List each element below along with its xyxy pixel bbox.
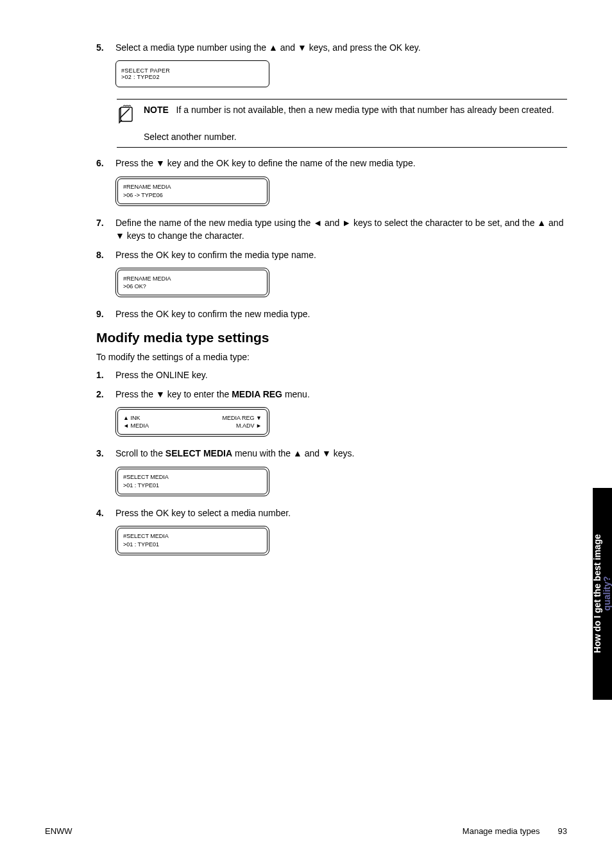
lcd-line1: #SELECT PAPER — [121, 67, 268, 74]
lcd-line1: #SELECT MEDIA — [123, 473, 169, 482]
step-5: 5. Select a media type number using the … — [96, 41, 567, 54]
step-number: 8. — [96, 248, 115, 261]
note-sub: Select another number. — [144, 132, 567, 142]
lcd-line2: >06 OK? — [123, 282, 146, 291]
lcd-r2-right: M.ADV ► — [236, 422, 262, 430]
lcd-select-paper: #SELECT PAPER >02 : TYPE02 — [115, 60, 567, 87]
lcd-r1-left: ▲ INK — [123, 414, 140, 422]
footer-right: Manage media types 93 — [463, 826, 567, 836]
main-content: 5. Select a media type number using the … — [96, 41, 567, 566]
lcd-frame: #SELECT PAPER >02 : TYPE02 — [115, 60, 269, 87]
modify-step-3: 3. Scroll to the SELECT MEDIA menu with … — [96, 447, 567, 460]
page: { "steps": { "s5": { "num": "5.", "text"… — [0, 0, 612, 868]
note-text: NOTE If a number is not available, then … — [144, 103, 554, 125]
lcd-line1: #SELECT MEDIA — [123, 532, 169, 541]
lcd-frame: #SELECT MEDIA >01 : TYPE01 — [115, 467, 269, 496]
footer-left: ENWW — [45, 826, 72, 836]
note-block: NOTE If a number is not available, then … — [117, 99, 567, 148]
lcd-r2-left: ◄ MEDIA — [123, 422, 149, 430]
lcd-rename-media-1: #RENAME MEDIA >06 -> TYPE06 — [115, 177, 567, 206]
note-icon — [117, 103, 144, 125]
lcd-inner: ▲ INK MEDIA REG ▼ ◄ MEDIA M.ADV ► — [117, 409, 268, 435]
side-tab: How do I get the best image quality? — [593, 488, 612, 700]
step-text: Press the OK key to confirm the new medi… — [115, 308, 567, 320]
step-number: 5. — [96, 41, 115, 54]
modify-step-1: 1. Press the ONLINE key. — [96, 369, 567, 381]
footer-section: Manage media types — [463, 826, 540, 836]
lcd-r1-right: MEDIA REG ▼ — [223, 414, 262, 422]
lcd-frame: #SELECT MEDIA >01 : TYPE01 — [115, 526, 269, 555]
footer-page-number: 93 — [558, 826, 567, 836]
lcd-rename-media-2: #RENAME MEDIA >06 OK? — [115, 268, 567, 297]
step-number: 9. — [96, 308, 115, 320]
note-row: NOTE If a number is not available, then … — [117, 103, 567, 125]
lcd-line2: >01 : TYPE01 — [123, 482, 159, 490]
lcd-inner: #SELECT PAPER >02 : TYPE02 — [117, 62, 268, 85]
step-text: Press the ONLINE key. — [115, 369, 567, 381]
note-rule-top — [117, 99, 567, 100]
page-footer: ENWW Manage media types 93 — [45, 826, 567, 836]
lcd-inner: #RENAME MEDIA >06 OK? — [117, 270, 268, 295]
note-body: If a number is not available, then a new… — [176, 105, 554, 115]
side-tab-text: How do I get the best image quality? — [593, 534, 611, 653]
lcd-inner: #SELECT MEDIA >01 : TYPE01 — [117, 528, 268, 553]
lcd-line2: >02 : TYPE02 — [121, 74, 268, 80]
lcd-frame: ▲ INK MEDIA REG ▼ ◄ MEDIA M.ADV ► — [115, 407, 269, 437]
modify-step-2: 2. Press the ▼ key to enter the MEDIA RE… — [96, 388, 567, 401]
lcd-select-media-1: #SELECT MEDIA >01 : TYPE01 — [115, 467, 567, 496]
section-intro: To modify the settings of a media type: — [96, 352, 567, 362]
step-6: 6. Press the ▼ key and the OK key to def… — [96, 157, 567, 169]
lcd-inner: #RENAME MEDIA >06 -> TYPE06 — [117, 178, 268, 204]
step-text: Press the ▼ key to enter the MEDIA REG m… — [115, 388, 567, 401]
note-rule-bottom — [117, 147, 567, 148]
step-7: 7. Define the name of the new media type… — [96, 216, 567, 243]
step-text: Press the OK key to confirm the media ty… — [115, 248, 567, 261]
step-9: 9. Press the OK key to confirm the new m… — [96, 308, 567, 320]
step-number: 2. — [96, 388, 115, 401]
lcd-line1: #RENAME MEDIA — [123, 275, 171, 283]
step-number: 4. — [96, 507, 115, 519]
lcd-line2: >06 -> TYPE06 — [123, 191, 163, 200]
step-number: 3. — [96, 447, 115, 460]
step-text: Press the OK key to select a media numbe… — [115, 507, 567, 519]
step-text: Press the ▼ key and the OK key to define… — [115, 157, 567, 169]
lcd-frame: #RENAME MEDIA >06 -> TYPE06 — [115, 177, 269, 206]
step-number: 6. — [96, 157, 115, 169]
step-text: Select a media type number using the ▲ a… — [115, 41, 567, 54]
section-heading: Modify media type settings — [96, 330, 567, 345]
note-label: NOTE — [144, 105, 169, 115]
modify-step-4: 4. Press the OK key to select a media nu… — [96, 507, 567, 519]
step-8: 8. Press the OK key to confirm the media… — [96, 248, 567, 261]
lcd-inner: #SELECT MEDIA >01 : TYPE01 — [117, 469, 268, 494]
step-text: Scroll to the SELECT MEDIA menu with the… — [115, 447, 567, 460]
step-number: 7. — [96, 216, 115, 243]
step-text: Define the name of the new media type us… — [115, 216, 567, 243]
lcd-line1: #RENAME MEDIA — [123, 183, 171, 191]
lcd-frame: #RENAME MEDIA >06 OK? — [115, 268, 269, 297]
svg-line-1 — [121, 108, 130, 117]
svg-rect-0 — [121, 107, 132, 121]
step-number: 1. — [96, 369, 115, 381]
lcd-media-reg: ▲ INK MEDIA REG ▼ ◄ MEDIA M.ADV ► — [115, 407, 567, 437]
lcd-line2: >01 : TYPE01 — [123, 541, 159, 549]
lcd-select-media-2: #SELECT MEDIA >01 : TYPE01 — [115, 526, 567, 555]
